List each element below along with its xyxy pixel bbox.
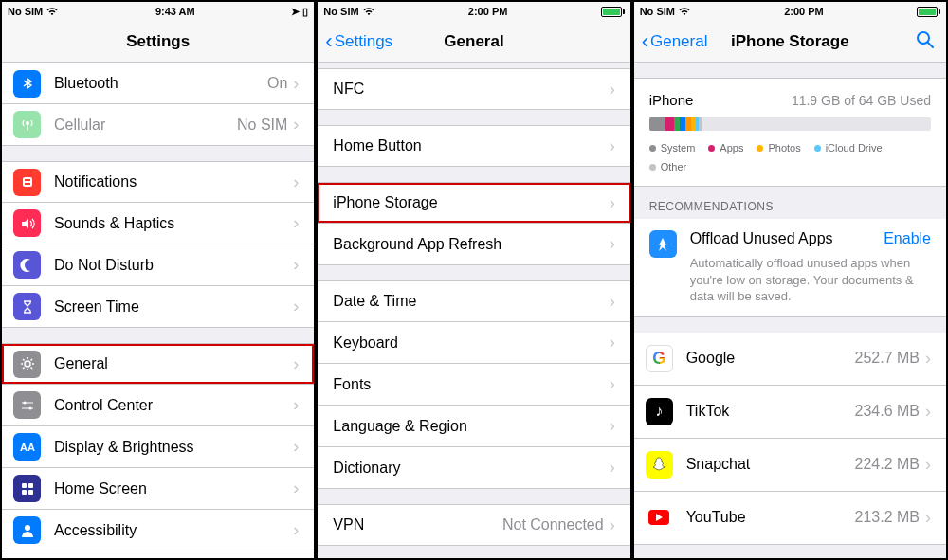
status-bar: No SIM 2:00 PM xyxy=(634,2,946,21)
back-button[interactable]: ‹ General xyxy=(634,29,708,54)
svg-rect-3 xyxy=(25,183,30,185)
app-row-tiktok[interactable]: ♪TikTok234.6 MB› xyxy=(634,386,946,439)
row-label: Date & Time xyxy=(333,293,609,310)
app-row-youtube[interactable]: YouTube213.2 MB› xyxy=(634,492,946,545)
general-list[interactable]: NFC› Home Button› iPhone Storage›Backgro… xyxy=(318,63,629,558)
chevron-right-icon: › xyxy=(293,213,299,233)
search-button[interactable] xyxy=(916,30,946,53)
chevron-right-icon: › xyxy=(925,402,931,422)
general-row-home-button[interactable]: Home Button› xyxy=(318,125,629,167)
app-row-snapchat[interactable]: Snapchat224.2 MB› xyxy=(634,439,946,492)
chevron-right-icon: › xyxy=(925,349,931,369)
grid-icon xyxy=(13,475,41,502)
storage-summary: iPhone 11.9 GB of 64 GB Used SystemAppsP… xyxy=(634,78,946,187)
storage-used-text: 11.9 GB of 64 GB Used xyxy=(792,93,931,108)
status-time: 9:43 AM xyxy=(155,6,195,17)
general-row-vpn[interactable]: VPNNot Connected› xyxy=(318,504,629,546)
svg-point-4 xyxy=(25,361,30,367)
snapchat-icon xyxy=(646,451,673,479)
chevron-right-icon: › xyxy=(610,193,615,213)
back-label: General xyxy=(650,32,707,51)
settings-row-wallpaper[interactable]: Wallpaper› xyxy=(2,551,314,558)
moon-icon xyxy=(13,251,41,279)
legend-item: Apps xyxy=(708,142,743,154)
settings-row-general[interactable]: General› xyxy=(2,343,314,385)
svg-point-20 xyxy=(918,32,929,44)
row-detail: Not Connected xyxy=(502,516,604,533)
legend-dot xyxy=(757,145,763,152)
settings-row-cellular[interactable]: CellularNo SIM› xyxy=(2,104,314,146)
settings-screen: No SIM 9:43 AM ➤ ▯ Settings BluetoothOn›… xyxy=(0,0,316,560)
settings-row-control-center[interactable]: Control Center› xyxy=(2,385,314,426)
chevron-right-icon: › xyxy=(293,437,299,457)
general-row-language-region[interactable]: Language & Region› xyxy=(318,406,629,447)
svg-rect-12 xyxy=(22,490,27,495)
wifi-icon xyxy=(362,7,375,16)
row-label: Dictionary xyxy=(333,460,609,477)
row-detail: On xyxy=(267,75,287,92)
legend-item: Other xyxy=(649,161,687,172)
search-icon xyxy=(916,30,935,49)
general-row-iphone-storage[interactable]: iPhone Storage› xyxy=(318,182,629,224)
storage-bar xyxy=(649,117,931,131)
chevron-right-icon: › xyxy=(610,292,615,312)
carrier-label: No SIM xyxy=(323,6,358,17)
storage-segment xyxy=(699,117,702,131)
settings-row-do-not-disturb[interactable]: Do Not Disturb› xyxy=(2,244,314,286)
chevron-right-icon: › xyxy=(293,74,299,94)
aa-icon: AA xyxy=(13,433,41,461)
carrier-label: No SIM xyxy=(8,6,43,17)
wifi-icon xyxy=(46,7,59,16)
legend-dot xyxy=(649,145,656,152)
app-row-google[interactable]: GGoogle252.7 MB› xyxy=(634,333,946,386)
legend-item: iCloud Drive xyxy=(814,142,883,154)
settings-row-display-brightness[interactable]: AADisplay & Brightness› xyxy=(2,426,314,468)
settings-row-screen-time[interactable]: Screen Time› xyxy=(2,286,314,328)
chevron-right-icon: › xyxy=(293,255,299,275)
rec-title: Offload Unused Apps xyxy=(690,230,833,247)
chevron-right-icon: › xyxy=(610,136,615,156)
general-row-nfc[interactable]: NFC› xyxy=(318,68,629,110)
legend-item: System xyxy=(649,142,696,154)
app-name: YouTube xyxy=(686,509,855,526)
storage-content[interactable]: iPhone 11.9 GB of 64 GB Used SystemAppsP… xyxy=(634,63,946,558)
bluetooth-icon xyxy=(13,70,41,98)
legend-label: System xyxy=(661,142,696,154)
general-row-dictionary[interactable]: Dictionary› xyxy=(318,447,629,489)
chevron-right-icon: › xyxy=(610,374,615,394)
svg-rect-11 xyxy=(28,483,33,488)
settings-row-accessibility[interactable]: Accessibility› xyxy=(2,510,314,551)
row-label: iPhone Storage xyxy=(333,194,609,211)
status-time: 2:00 PM xyxy=(784,6,824,17)
person-icon xyxy=(13,516,41,544)
battery-charging-icon xyxy=(917,7,940,17)
youtube-icon xyxy=(646,504,673,532)
gear-icon xyxy=(13,351,41,378)
recommendation-row: Offload Unused Apps Enable Automatically… xyxy=(634,219,946,317)
nav-title: Settings xyxy=(2,32,314,51)
settings-row-notifications[interactable]: Notifications› xyxy=(2,161,314,203)
row-label: Sounds & Haptics xyxy=(54,215,293,232)
legend-item: Photos xyxy=(757,142,800,154)
appstore-icon xyxy=(649,230,677,258)
general-row-date-time[interactable]: Date & Time› xyxy=(318,280,629,322)
bell-icon xyxy=(13,169,41,196)
row-label: Home Screen xyxy=(54,480,293,497)
settings-row-sounds-haptics[interactable]: Sounds & Haptics› xyxy=(2,203,314,244)
chevron-right-icon: › xyxy=(925,508,931,528)
enable-button[interactable]: Enable xyxy=(884,230,931,247)
settings-row-home-screen[interactable]: Home Screen› xyxy=(2,468,314,510)
svg-rect-1 xyxy=(23,177,32,187)
general-row-background-app-refresh[interactable]: Background App Refresh› xyxy=(318,224,629,265)
back-button[interactable]: ‹ Settings xyxy=(318,29,392,54)
settings-row-bluetooth[interactable]: BluetoothOn› xyxy=(2,63,314,104)
row-label: Notifications xyxy=(54,173,293,190)
settings-list[interactable]: BluetoothOn›CellularNo SIM› Notification… xyxy=(2,63,314,558)
svg-rect-2 xyxy=(25,179,30,181)
row-label: Language & Region xyxy=(333,418,609,435)
general-row-keyboard[interactable]: Keyboard› xyxy=(318,322,629,364)
wifi-icon xyxy=(678,7,691,16)
storage-screen: No SIM 2:00 PM ‹ General iPhone Storage … xyxy=(632,0,948,560)
chevron-right-icon: › xyxy=(925,455,931,475)
general-row-fonts[interactable]: Fonts› xyxy=(318,364,629,406)
